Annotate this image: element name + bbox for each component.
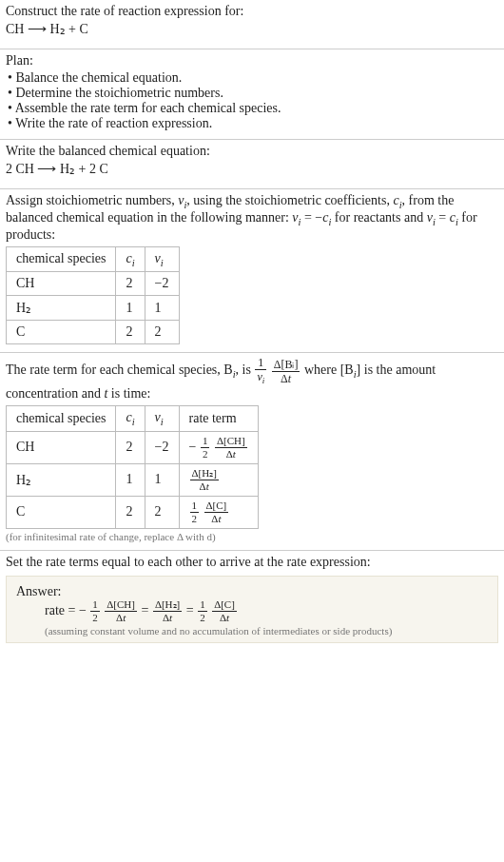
prompt-heading: Construct the rate of reaction expressio… <box>6 4 498 19</box>
answer-assumption: (assuming constant volume and no accumul… <box>16 625 488 637</box>
plan-heading: Plan: <box>6 53 498 69</box>
plan-list: Balance the chemical equation. Determine… <box>6 70 498 131</box>
section-plan: Plan: Balance the chemical equation. Det… <box>0 49 504 140</box>
rate-expression: rate = − 12 Δ[CH]Δt = Δ[H₂]Δt = 12 Δ[C]Δ… <box>16 599 488 623</box>
table-row: CH2−2 − 12 Δ[CH]Δt <box>7 431 259 463</box>
balanced-equation: 2 CH ⟶ H₂ + 2 C <box>6 161 498 177</box>
stoich-table: chemical species ci νi CH2−2 H₂11 C22 <box>6 246 180 345</box>
unbalanced-equation: CH ⟶ H₂ + C <box>6 21 498 37</box>
rate-term-table: chemical species ci νi rate term CH2−2 −… <box>6 405 259 529</box>
table-row: C22 <box>7 321 180 344</box>
col-species: chemical species <box>7 246 116 272</box>
table-row: H₂11 <box>7 296 180 321</box>
section-balanced: Write the balanced chemical equation: 2 … <box>0 140 504 189</box>
section-rate-terms: The rate term for each chemical species,… <box>0 353 504 550</box>
table-row: C22 12 Δ[C]Δt <box>7 496 259 528</box>
col-rate: rate term <box>179 405 258 431</box>
answer-heading: Set the rate terms equal to each other t… <box>6 555 498 570</box>
table-row: H₂11 Δ[H₂]Δt <box>7 463 259 496</box>
col-species: chemical species <box>7 405 116 431</box>
section-answer: Set the rate terms equal to each other t… <box>0 551 504 651</box>
section-prompt: Construct the rate of reaction expressio… <box>0 0 504 49</box>
balanced-heading: Write the balanced chemical equation: <box>6 144 498 159</box>
col-ci: ci <box>116 405 145 431</box>
stoich-intro: Assign stoichiometric numbers, νi, using… <box>6 193 498 243</box>
table-row: CH2−2 <box>7 272 180 296</box>
section-stoich: Assign stoichiometric numbers, νi, using… <box>0 189 504 353</box>
rate-footnote: (for infinitesimal rate of change, repla… <box>6 531 498 542</box>
col-nui: νi <box>145 246 179 272</box>
plan-item: Balance the chemical equation. <box>8 70 498 86</box>
rate-term-intro: The rate term for each chemical species,… <box>6 357 498 401</box>
plan-item: Assemble the rate term for each chemical… <box>8 101 498 116</box>
answer-label: Answer: <box>16 584 488 599</box>
answer-box: Answer: rate = − 12 Δ[CH]Δt = Δ[H₂]Δt = … <box>6 576 498 643</box>
col-ci: ci <box>116 246 145 272</box>
plan-item: Determine the stoichiometric numbers. <box>8 86 498 101</box>
plan-item: Write the rate of reaction expression. <box>8 116 498 131</box>
col-nui: νi <box>145 405 179 431</box>
